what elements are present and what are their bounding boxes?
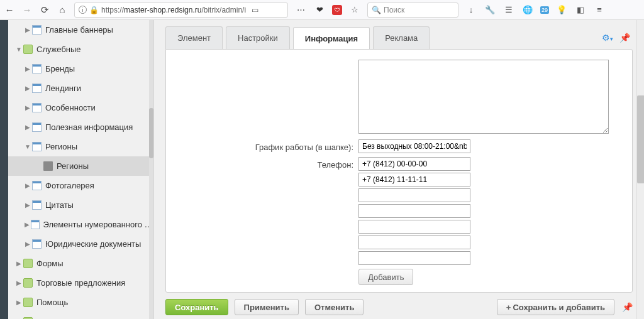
action-bar: Сохранить Применить Отменить +Сохранить … [165, 293, 633, 319]
sidebar-item-label: Регионы [57, 161, 89, 171]
sidebar-item-label: Фотогалерея [45, 181, 94, 190]
main-area: ЭлементНастройкиИнформацияРеклама ⚙▾ 📌 [154, 20, 644, 319]
sidebar-item[interactable]: ▼Регионы [8, 137, 153, 156]
back-button[interactable]: ← [4, 4, 15, 16]
phone-input[interactable] [358, 251, 470, 265]
sidebar-item[interactable]: ▶Полезная информация [8, 117, 153, 137]
list-icon [32, 64, 42, 73]
list-icon [32, 142, 42, 151]
textarea-label [176, 60, 358, 63]
description-textarea[interactable] [358, 60, 609, 134]
phone-input[interactable] [358, 204, 470, 218]
phone-input[interactable] [358, 188, 470, 202]
sidebar-item-label: Юридические документы [45, 239, 141, 249]
pin-icon[interactable]: 📌 [619, 33, 630, 43]
sidebar-item[interactable]: Регионы [8, 156, 153, 176]
tab[interactable]: Реклама [373, 26, 430, 49]
search-input[interactable]: 🔍 Поиск [367, 3, 458, 18]
sidebar-item[interactable]: ▶Помощь [8, 293, 153, 312]
sidebar-item[interactable]: ▶Бренды [8, 59, 153, 78]
sidebar-item-label: Формы [36, 259, 64, 268]
menu-icon[interactable]: ≡ [593, 4, 606, 16]
sidebar-item[interactable]: ▶Особенности [8, 98, 153, 117]
tree-arrow-icon: ▶ [23, 85, 32, 92]
sidebar-item[interactable]: ▶Юридические документы [8, 234, 153, 254]
list-icon [32, 181, 42, 190]
sidebar-item[interactable]: ▶Торговые предложения [8, 273, 153, 293]
list-icon [32, 84, 42, 93]
globe-icon[interactable]: 🌐 [521, 4, 534, 16]
list-icon [32, 239, 42, 249]
phone-input[interactable] [358, 173, 470, 187]
tree-arrow-icon: ▶ [23, 26, 32, 33]
sidebar-item[interactable]: ▶Элементы нумерованного списка [8, 215, 153, 234]
tree-arrow-icon: ▶ [23, 65, 32, 72]
tree-arrow-icon: ▶ [23, 182, 32, 189]
folder-icon [23, 278, 33, 288]
sidebar-item[interactable]: ▶Формы [8, 254, 153, 273]
pocket-icon[interactable]: ❤ [313, 4, 326, 16]
sidebar-item[interactable]: ▶Полезная информация [8, 312, 153, 319]
tab[interactable]: Информация [293, 27, 370, 50]
apply-button[interactable]: Применить [235, 299, 299, 315]
sidebar-icon[interactable]: ◧ [574, 4, 587, 16]
phone-input[interactable] [358, 220, 470, 234]
tree-arrow-icon: ▼ [23, 143, 32, 150]
lightbulb-icon[interactable]: 💡 [555, 4, 568, 16]
sidebar-item-label: Особенности [45, 103, 96, 112]
sidebar-item[interactable]: ▶Фотогалерея [8, 176, 153, 195]
tab[interactable]: Настройки [226, 26, 290, 49]
tabs-count-badge[interactable]: 29 [540, 6, 549, 14]
list-icon [32, 122, 42, 132]
sidebar-item-label: Помощь [36, 298, 68, 307]
phone-label: Телефон: [176, 157, 358, 170]
gear-icon[interactable]: ⚙▾ [602, 33, 613, 43]
main-scrollbar[interactable] [636, 20, 644, 319]
home-button[interactable]: ⌂ [57, 4, 68, 16]
sidebar-item-label: Лендинги [45, 84, 81, 93]
phone-input[interactable] [358, 235, 470, 249]
info-icon: i [79, 6, 87, 14]
tab[interactable]: Элемент [165, 26, 223, 49]
sidebar-item-label: Служебные [36, 45, 81, 54]
tree-arrow-icon: ▶ [23, 104, 32, 111]
tree-arrow-icon: ▶ [14, 299, 23, 306]
library-icon[interactable]: ☰ [502, 4, 515, 16]
sidebar-item-label: Бренды [45, 64, 75, 73]
tree-arrow-icon: ▶ [23, 241, 32, 247]
more-icon[interactable]: ⋯ [294, 4, 307, 16]
download-icon[interactable]: ↓ [465, 4, 477, 16]
schedule-input[interactable] [358, 139, 470, 153]
ublock-icon[interactable]: 🛡 [332, 5, 342, 15]
tree-arrow-icon: ▼ [14, 46, 23, 53]
add-phone-button[interactable]: Добавить [358, 269, 413, 285]
tree-arrow-icon: ▶ [14, 279, 23, 286]
url-text: https://master-shop.redsign.ru/bitrix/ad… [101, 6, 246, 14]
sidebar-item[interactable]: ▶Лендинги [8, 78, 153, 98]
url-bar[interactable]: i 🔒 https://master-shop.redsign.ru/bitri… [74, 3, 288, 18]
browser-chrome: ← → ⟳ ⌂ i 🔒 https://master-shop.redsign.… [0, 0, 644, 20]
reload-button[interactable]: ⟳ [39, 4, 50, 16]
list-icon [32, 25, 42, 35]
sidebar-item-label: Главные баннеры [45, 25, 113, 35]
search-placeholder: Поиск [384, 6, 404, 14]
reader-icon[interactable]: ▭ [248, 4, 261, 16]
bookmark-icon[interactable]: ☆ [348, 4, 361, 16]
sidebar: ▶Главные баннеры▼Служебные▶Бренды▶Лендин… [8, 20, 154, 319]
forward-button[interactable]: → [21, 4, 33, 16]
folder-icon [23, 259, 33, 268]
lock-icon: 🔒 [89, 6, 99, 14]
phone-input[interactable] [358, 157, 470, 171]
save-and-add-button[interactable]: +Сохранить и добавить [497, 299, 614, 315]
sidebar-item[interactable]: ▶Главные баннеры [8, 20, 153, 40]
tree-arrow-icon: ▶ [23, 221, 31, 228]
dot-icon [43, 161, 53, 171]
tree-arrow-icon: ▶ [23, 202, 32, 208]
devtools-icon[interactable]: 🔧 [484, 4, 496, 16]
sidebar-item[interactable]: ▶Цитаты [8, 195, 153, 215]
cancel-button[interactable]: Отменить [305, 299, 364, 315]
pin-bottom-icon[interactable]: 📌 [622, 302, 633, 312]
sidebar-item[interactable]: ▼Служебные [8, 40, 153, 59]
sidebar-scrollbar[interactable] [149, 20, 153, 319]
save-button[interactable]: Сохранить [165, 299, 228, 315]
